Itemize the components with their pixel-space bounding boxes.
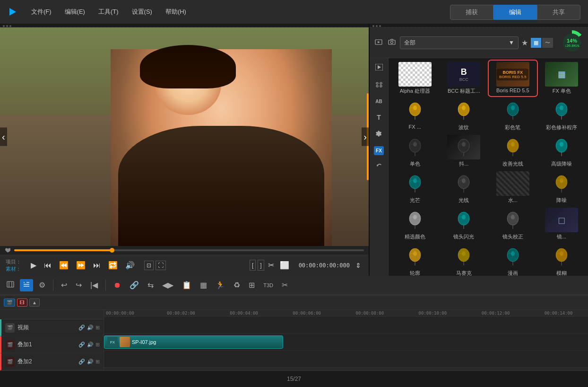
effect-item-manga[interactable]: 漫画 xyxy=(489,243,536,276)
tl-to-start-btn[interactable]: |◀ xyxy=(87,279,101,291)
effect-item-water[interactable]: 水... xyxy=(489,170,536,205)
tl-record-btn[interactable]: ⏺ xyxy=(111,280,124,291)
timecode-adjust-button[interactable]: ⇕ xyxy=(354,261,363,270)
track-video-icon[interactable]: 🎬 xyxy=(4,299,15,307)
effect-item-select_color[interactable]: 精选颜色 xyxy=(391,207,439,241)
tl-clip-btn[interactable] xyxy=(4,279,17,291)
nav-prev-button[interactable]: ‹ xyxy=(0,128,7,146)
effect-item-lens_correct[interactable]: 镜头校正 xyxy=(489,207,536,241)
tl-auto-btn[interactable]: ♻ xyxy=(231,279,243,291)
tab-capture[interactable]: 捕获 xyxy=(450,5,493,20)
effect-item-rays[interactable]: 光线 xyxy=(441,170,488,205)
menu-file[interactable]: 文件(F) xyxy=(26,6,56,18)
effect-item-bcc[interactable]: B BCC BCC 标题工... xyxy=(441,61,488,96)
seek-bar[interactable] xyxy=(14,249,364,251)
tool-title-btn[interactable]: T xyxy=(375,112,383,123)
tl-shuffle-btn[interactable]: ⇆ xyxy=(145,279,156,291)
clip-sp107[interactable]: FX SP-I07.jpg xyxy=(104,335,283,349)
tl-trim-btn[interactable]: ◀▶ xyxy=(159,279,176,291)
volume-button[interactable]: 🔊 xyxy=(123,260,137,271)
ruler-5: 00:00:10:00 xyxy=(419,311,447,316)
effect-item-mosaic[interactable]: 马赛克 xyxy=(441,243,488,276)
link3-icon[interactable]: 🔗 xyxy=(78,359,85,365)
star-filter-btn[interactable]: ★ xyxy=(521,38,528,47)
effect-thumb-fx2 xyxy=(398,98,432,123)
menu-tools[interactable]: 工具(T) xyxy=(94,6,123,18)
expand2-icon[interactable]: ⊞ xyxy=(95,342,100,348)
tl-3d-btn[interactable]: T3D xyxy=(260,281,276,290)
audio2-icon[interactable]: 🔊 xyxy=(87,342,94,348)
menu-help[interactable]: 帮助(H) xyxy=(161,6,191,18)
effect-item-fx_single[interactable]: ▦ FX 单色 xyxy=(538,61,586,96)
progress-circle: 14% ↓26.8K/s xyxy=(560,30,584,55)
effect-item-denoise[interactable]: 降噪 xyxy=(538,170,586,205)
effect-item-lens_extra[interactable]: ◻镜... xyxy=(538,207,586,241)
repeat-button[interactable]: 🔁 xyxy=(106,260,120,271)
copy-button[interactable]: ⬜ xyxy=(278,260,291,271)
overlay1-track-row[interactable]: FX SP-I07.jpg xyxy=(104,334,588,351)
link-icon[interactable]: 🔗 xyxy=(78,325,85,331)
wave-view-btn[interactable]: 〜 xyxy=(542,38,553,48)
panel-fx-camera-btn[interactable] xyxy=(387,37,397,49)
tl-motion-btn[interactable]: 🏃 xyxy=(213,279,228,291)
effect-item-alpha[interactable]: Alpha 处理器 xyxy=(391,61,439,96)
menu-settings[interactable]: 设置(S) xyxy=(127,6,157,18)
expand3-icon[interactable]: ⊞ xyxy=(95,359,100,365)
effect-item-glow[interactable]: 光芒 xyxy=(391,170,439,205)
cut-button[interactable]: ✂ xyxy=(266,260,276,271)
effect-item-lens_flash[interactable]: 镜头闪光 xyxy=(441,207,488,241)
tl-cut-btn[interactable]: ✂ xyxy=(279,279,291,291)
tool-gear-btn[interactable] xyxy=(374,129,384,141)
tl-grid-btn[interactable]: ▦ xyxy=(197,279,210,291)
play-pause-button[interactable]: ▶ xyxy=(29,260,38,271)
effect-item-improve_light[interactable]: 改善光线 xyxy=(489,134,536,168)
effect-item-color_pen[interactable]: 彩色笔 xyxy=(489,97,536,132)
effect-label-alpha: Alpha 处理器 xyxy=(400,88,430,95)
expand-icon[interactable]: ⊞ xyxy=(95,325,100,331)
tl-timeline-btn[interactable] xyxy=(20,279,33,291)
effect-item-dither[interactable]: 抖... xyxy=(441,134,488,168)
tool-media-btn[interactable] xyxy=(373,62,385,74)
tool-ab-btn[interactable]: AB xyxy=(373,97,384,106)
prev-frame-button[interactable]: ⏮ xyxy=(42,260,53,271)
effects-filter-dropdown[interactable]: 全部 ▼ xyxy=(400,36,519,49)
effect-item-fx2[interactable]: FX ... xyxy=(391,97,439,132)
effect-item-boris[interactable]: BORIS FX BORIS RED 5.5 Boris RED 5.5 xyxy=(489,61,536,96)
out-point-button[interactable]: ] xyxy=(258,260,264,271)
effect-item-blur[interactable]: 模糊 xyxy=(538,243,586,276)
nav-next-button[interactable]: › xyxy=(362,128,369,146)
track-overlay-icon[interactable]: 🎞 xyxy=(17,299,27,307)
panel-media-btn[interactable] xyxy=(373,37,384,49)
forward-button[interactable]: ⏩ xyxy=(74,260,87,271)
next-frame-button[interactable]: ⏭ xyxy=(91,260,103,271)
tl-settings-btn[interactable]: ⚙ xyxy=(36,279,48,291)
effect-item-contour[interactable]: 轮廓 xyxy=(391,243,439,276)
grid-view-btn[interactable]: ▦ xyxy=(531,38,541,48)
audio-icon[interactable]: 🔊 xyxy=(87,325,94,331)
menu-edit[interactable]: 编辑(E) xyxy=(60,6,90,18)
tool-undo-btn[interactable] xyxy=(374,161,384,173)
effect-item-wave[interactable]: 波纹 xyxy=(441,97,488,132)
timecode-display: 00:00:00:00:000 xyxy=(299,262,350,269)
track-expand-btn[interactable]: ▲ xyxy=(29,299,40,307)
in-point-button[interactable]: [ xyxy=(250,260,256,271)
content-area: ‹ › 项目： 素材： xyxy=(0,24,588,276)
audio3-icon[interactable]: 🔊 xyxy=(87,359,94,365)
tool-fx-btn[interactable] xyxy=(373,79,385,91)
tl-copy-btn[interactable]: 📋 xyxy=(179,279,194,291)
tool-fx-effects-btn[interactable]: FX xyxy=(374,146,384,155)
rewind-button[interactable]: ⏪ xyxy=(57,260,70,271)
effect-item-noise_reduce[interactable]: 高级降噪 xyxy=(538,134,586,168)
fullscreen-button[interactable]: ⛶ xyxy=(156,261,166,270)
tab-share[interactable]: 共享 xyxy=(537,5,580,20)
tl-redo-btn[interactable]: ↪ xyxy=(73,279,85,291)
tab-edit[interactable]: 编辑 xyxy=(493,5,537,20)
link2-icon[interactable]: 🔗 xyxy=(78,342,85,348)
effect-item-color_fix[interactable]: 彩色修补程序 xyxy=(538,97,586,132)
tl-undo-btn[interactable]: ↩ xyxy=(58,279,70,291)
effect-item-mono[interactable]: 单色 xyxy=(391,134,439,168)
aspect-ratio-button[interactable]: ⊡ xyxy=(144,261,154,270)
tl-overlay-btn[interactable]: ⊞ xyxy=(246,279,258,291)
tl-link-btn[interactable]: 🔗 xyxy=(127,279,142,291)
play-icon-button[interactable] xyxy=(8,7,18,17)
